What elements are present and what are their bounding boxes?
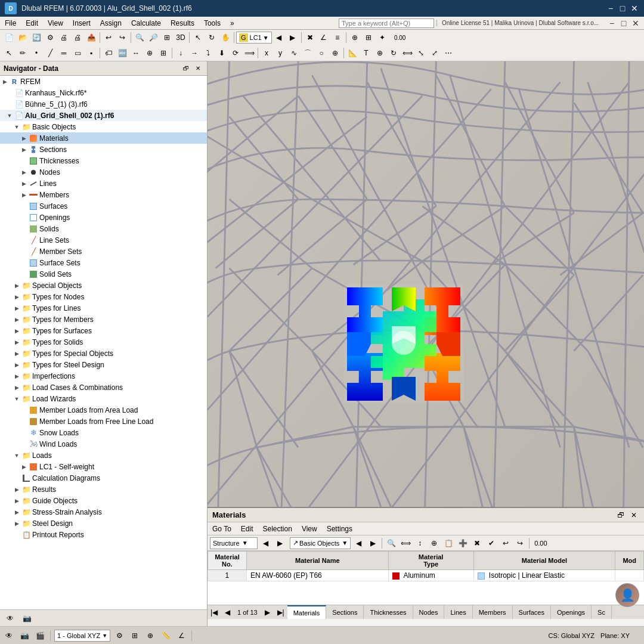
tb2-scale[interactable]: ⤡ — [414, 47, 428, 60]
tb-print[interactable]: 🖨 — [71, 31, 84, 44]
panel-minimize-btn[interactable]: − — [607, 18, 617, 28]
menu-view[interactable]: View — [43, 17, 68, 30]
tab-nav-first[interactable]: |◀ — [208, 605, 221, 620]
tree-sections[interactable]: ▶ Sections — [0, 144, 207, 155]
tb2-grid[interactable]: ⊞ — [157, 47, 170, 60]
tb2-extras[interactable]: ⋯ — [442, 47, 455, 60]
mat-tb-prev2[interactable]: ◀ — [352, 537, 365, 550]
tb2-more[interactable]: ⊕ — [329, 47, 342, 60]
tb-export[interactable]: 📤 — [85, 31, 98, 44]
tb-lc-dropdown[interactable]: G LC1 ▼ — [236, 32, 272, 44]
tb-prev-lc[interactable]: ◀ — [273, 31, 286, 44]
tb2-label[interactable]: 🔤 — [116, 47, 129, 60]
menu-insert[interactable]: Insert — [68, 17, 95, 30]
status-eye-btn[interactable]: 👁 — [2, 629, 16, 642]
search-input[interactable] — [339, 18, 434, 28]
tree-guide-objects[interactable]: ▶ 📁 Guide Objects — [0, 495, 207, 506]
mat-tb-search[interactable]: 🔍 — [385, 537, 398, 550]
tb2-tag[interactable]: 🏷 — [102, 47, 115, 60]
tb-print-preview[interactable]: 🖨 — [57, 31, 70, 44]
tab-surfaces[interactable]: Surfaces — [513, 605, 551, 619]
tree-surfaces[interactable]: Surfaces — [0, 200, 207, 212]
status-settings-btn[interactable]: ⚙ — [113, 629, 126, 642]
tree-solid-sets[interactable]: Solid Sets — [0, 268, 207, 280]
status-grid-btn[interactable]: ⊞ — [128, 629, 141, 642]
maximize-button[interactable]: □ — [618, 4, 627, 13]
tb2-select[interactable]: ↖ — [2, 47, 16, 60]
tab-sc[interactable]: Sc — [592, 605, 612, 619]
mat-tb-undo[interactable]: ↩ — [499, 537, 512, 550]
tree-results[interactable]: ▶ 📁 Results — [0, 484, 207, 495]
status-measure-btn[interactable]: 📏 — [159, 629, 172, 642]
tree-types-members[interactable]: ▶ 📁 Types for Members — [0, 314, 207, 325]
tb-more3[interactable]: ✦ — [376, 31, 389, 44]
tb2-load4[interactable]: ⬇ — [215, 47, 228, 60]
tab-lines[interactable]: Lines — [444, 605, 472, 619]
nav-close-btn[interactable]: ✕ — [193, 63, 203, 74]
tb2-mirror[interactable]: ⟺ — [401, 47, 414, 60]
tb-point[interactable]: ✖ — [304, 31, 317, 44]
menu-results[interactable]: Results — [166, 17, 199, 30]
status-snap-btn[interactable]: ⊕ — [144, 629, 157, 642]
mat-menu-view[interactable]: View — [297, 524, 322, 534]
tree-openings[interactable]: Openings — [0, 212, 207, 223]
status-angle-btn[interactable]: ∠ — [175, 629, 188, 642]
tree-load-wizards[interactable]: ▼ 📁 Load Wizards — [0, 393, 207, 404]
materials-restore-btn[interactable]: 🗗 — [615, 510, 626, 521]
tree-loads[interactable]: ▼ 📁 Loads — [0, 450, 207, 461]
menu-file[interactable]: File — [0, 17, 21, 30]
mat-menu-settings[interactable]: Settings — [322, 524, 357, 534]
tree-line-sets[interactable]: ╱ Line Sets — [0, 234, 207, 246]
tb-undo[interactable]: ↩ — [102, 31, 115, 44]
coord-system-dropdown[interactable]: 1 - Global XYZ ▼ — [54, 630, 110, 642]
tb2-line[interactable]: ╱ — [44, 47, 57, 60]
tb2-load6[interactable]: ⟹ — [243, 47, 256, 60]
tree-types-solids[interactable]: ▶ 📁 Types for Solids — [0, 336, 207, 348]
mat-tb-check[interactable]: ✔ — [485, 537, 498, 550]
tree-basic-objects[interactable]: ▼ 📁 Basic Objects — [0, 121, 207, 132]
panel-close-btn[interactable]: ✕ — [631, 18, 640, 28]
tab-nav-prev[interactable]: ◀ — [221, 605, 234, 620]
mat-tb-add[interactable]: ➕ — [456, 537, 469, 550]
tree-snow-loads[interactable]: ❄ Snow Loads — [0, 427, 207, 438]
mat-tb-filter[interactable]: ⟺ — [399, 537, 412, 550]
tree-members[interactable]: ▶ Members — [0, 189, 207, 200]
mat-tb-next2[interactable]: ▶ — [366, 537, 379, 550]
tree-types-lines[interactable]: ▶ 📁 Types for Lines — [0, 302, 207, 314]
panel-restore-btn[interactable]: □ — [619, 18, 628, 28]
tree-rfem-root[interactable]: ▶ R RFEM — [0, 76, 207, 87]
tree-imperfections[interactable]: ▶ 📁 Imperfections — [0, 370, 207, 382]
tree-member-sets[interactable]: ╱ Member Sets — [0, 246, 207, 257]
tb2-dim[interactable]: ↔ — [129, 47, 143, 60]
tree-load-cases[interactable]: ▶ 📁 Load Cases & Combinations — [0, 382, 207, 393]
materials-close-btn[interactable]: ✕ — [628, 510, 639, 521]
menu-assign[interactable]: Assign — [95, 17, 126, 30]
tb-new[interactable]: 📄 — [2, 31, 16, 44]
tree-types-special[interactable]: ▶ 📁 Types for Special Objects — [0, 348, 207, 359]
tb2-circle[interactable]: ○ — [315, 47, 328, 60]
tree-lc1-selfweight[interactable]: ▶ LC1 - Self-weight — [0, 461, 207, 472]
tree-types-steel[interactable]: ▶ 📁 Types for Steel Design — [0, 359, 207, 370]
mat-tb-prev[interactable]: ◀ — [259, 537, 272, 550]
tab-members[interactable]: Members — [473, 605, 513, 619]
tb-more2[interactable]: ⊞ — [362, 31, 375, 44]
tab-materials[interactable]: Materials — [287, 605, 327, 619]
status-video-btn[interactable]: 🎬 — [33, 629, 47, 642]
tb-3d[interactable]: 3D — [174, 31, 187, 44]
tb-settings[interactable]: ⚙ — [44, 31, 57, 44]
nav-eye-btn[interactable]: 👁 — [4, 612, 17, 625]
mat-tb-copy[interactable]: ⊕ — [428, 537, 441, 550]
tab-nav-next[interactable]: ▶ — [261, 605, 274, 620]
tree-printout-reports[interactable]: 📋 Printout Reports — [0, 529, 207, 540]
tb-refresh[interactable]: 🔄 — [30, 31, 43, 44]
tb-xyz[interactable]: ⊕ — [348, 31, 361, 44]
tb-value[interactable]: 0.00 — [389, 31, 411, 44]
tree-member-loads-line[interactable]: Member Loads from Free Line Load — [0, 416, 207, 427]
tb2-copy[interactable]: ⊕ — [373, 47, 386, 60]
menu-calculate[interactable]: Calculate — [126, 17, 166, 30]
tb2-extrude[interactable]: ⤢ — [428, 47, 441, 60]
tree-solids[interactable]: Solids — [0, 223, 207, 234]
tb2-member[interactable]: ═ — [57, 47, 70, 60]
tab-sections[interactable]: Sections — [326, 605, 364, 619]
tb2-node[interactable]: • — [30, 47, 43, 60]
